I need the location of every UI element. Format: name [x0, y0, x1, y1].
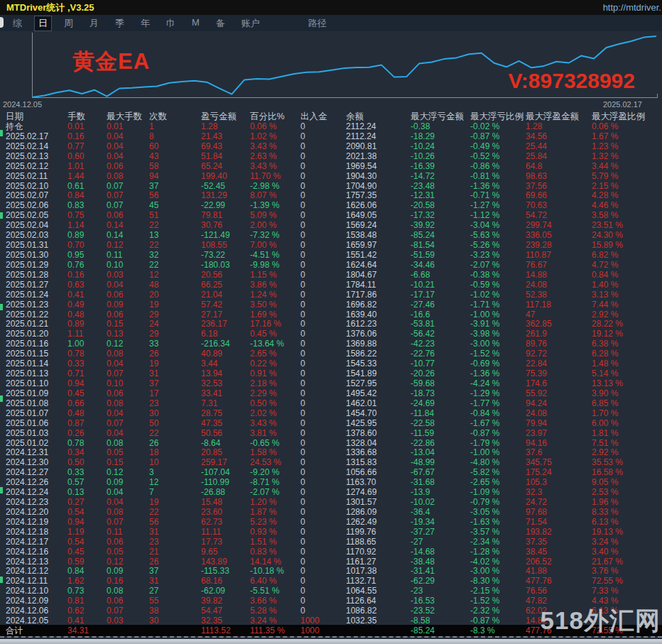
- cell-max-float-loss-pct: -8.30 %: [470, 577, 526, 586]
- table-row: 2024.12.170.540.062317.731.51 %01188.65-…: [6, 537, 662, 547]
- col-header-in-out: 出入金: [300, 111, 346, 122]
- cell-pct: -9.98 %: [250, 261, 300, 271]
- cell-trades: 8: [149, 132, 201, 142]
- cell-lots: 0.48: [67, 409, 107, 419]
- cell-max-float-profit-pct: 0.84 %: [592, 271, 656, 280]
- cell-in-out: 0: [300, 339, 346, 349]
- table-row: 2025.01.220.480.062927.171.69 %01639.40-…: [6, 310, 662, 320]
- cell-pct: 2.18 %: [250, 379, 300, 389]
- cell-max-lots: 0.14: [107, 221, 149, 231]
- cell-max-float-profit: 37.6: [526, 448, 592, 458]
- cell-pnl: -8.64: [201, 439, 250, 449]
- cell-pct: 1.69 %: [250, 310, 300, 320]
- cell-date: 2024.12.10: [6, 586, 67, 596]
- cell-pnl: 57.42: [201, 300, 250, 310]
- cell-trades: 27: [149, 586, 201, 596]
- cell-pnl: 79.81: [201, 211, 250, 221]
- cell-date: 2024.12.09: [6, 596, 67, 606]
- cell-max-float-profit: 69.66: [526, 191, 592, 201]
- cell-in-out: 0: [300, 498, 346, 508]
- cell-max-float-loss-pct: -0.02 %: [470, 122, 526, 132]
- cell-pnl: 33.41: [201, 389, 250, 399]
- cell-max-float-loss: -37.27: [411, 528, 470, 537]
- cell-max-lots: 0.12: [107, 557, 149, 567]
- cell-max-float-profit-pct: 1.70 %: [592, 409, 656, 419]
- menu-item-8[interactable]: M: [188, 16, 203, 31]
- cell-max-float-loss-pct: -3.05 %: [470, 508, 526, 518]
- cell-max-float-profit-pct: 1.40 %: [592, 280, 656, 290]
- cell-max-float-profit: 64.8: [526, 162, 592, 172]
- cell-lots: 0.94: [67, 379, 107, 389]
- cell-pct: 3.43 %: [250, 419, 300, 429]
- menu-item-1[interactable]: 综: [9, 16, 26, 31]
- cell-trades: 58: [149, 162, 201, 172]
- table-row: 2025.01.060.870.075047.353.43 %01425.95-…: [6, 419, 662, 429]
- table-header-row: 日期手数最大手数次数盈亏金额百分比%出入金余额最大浮亏金额最大浮亏比例最大浮盈金…: [6, 111, 662, 122]
- cell-max-float-loss: -27.46: [411, 300, 470, 310]
- cell-in-out: 0: [300, 310, 346, 320]
- horizontal-scrollbar[interactable]: [0, 639, 662, 644]
- cell-trades: 56: [149, 191, 201, 201]
- cell-date: 2024.12.13: [6, 557, 67, 567]
- cell-max-lots: 0.04: [107, 488, 149, 498]
- cell-pnl: 13.94: [201, 369, 250, 379]
- cell-trades: 22: [149, 261, 201, 271]
- cell-trades: 22: [149, 508, 201, 518]
- cell-max-float-loss: -85.24: [411, 231, 470, 241]
- cell-trades: 12: [149, 478, 201, 488]
- table-row: 2025.01.201.110.13296.180.45 %01376.06-5…: [6, 329, 662, 339]
- cell-max-float-loss-pct: -5.63 %: [470, 231, 526, 241]
- menu-item-6[interactable]: 年: [137, 16, 153, 31]
- table-row: 2025.01.280.160.031220.561.15 %01804.67-…: [6, 271, 662, 280]
- cell-pct: 11.70 %: [250, 172, 300, 182]
- cell-pct: 1.24 %: [250, 290, 300, 300]
- cell-date: 2025.01.21: [6, 320, 67, 329]
- cell-max-float-profit-pct: 1.81 %: [592, 429, 656, 439]
- cell-balance: 1286.09: [346, 508, 411, 518]
- cell-pct: -0.65 %: [250, 439, 300, 449]
- cell-max-float-loss-pct: -0.84 %: [470, 409, 526, 419]
- menu-item-2[interactable]: 日: [35, 16, 51, 31]
- cell-in-out: 0: [300, 172, 346, 182]
- cell-balance: 1199.76: [346, 528, 411, 537]
- cell-pct: 0.45 %: [250, 329, 300, 339]
- cell-max-lots: 0.01: [107, 122, 149, 132]
- cell-lots: 0.87: [67, 419, 107, 429]
- cell-max-lots: 0.08: [107, 439, 149, 449]
- url-link[interactable]: http://mtdriver.: [603, 2, 662, 13]
- cell-in-out: 0: [300, 429, 346, 439]
- table-row: 2025.01.150.780.082640.892.65 %01586.22-…: [6, 349, 662, 359]
- cell-lots: 0.26: [67, 429, 107, 439]
- cell-max-lots: 0.12: [107, 468, 149, 478]
- menu-item-7[interactable]: 巾: [163, 16, 179, 31]
- cell-lots: 0.95: [67, 251, 107, 261]
- cell-max-float-profit: 24.72: [526, 498, 592, 508]
- table-row: 2025.01.240.410.062021.041.24 %01717.86-…: [6, 290, 662, 300]
- menu-item-10[interactable]: 账户: [238, 16, 264, 31]
- menu-item-9[interactable]: 备: [212, 16, 229, 31]
- cell-max-float-profit-pct: 28.22 %: [592, 320, 656, 329]
- cell-date: 2025.02.11: [6, 172, 67, 182]
- cell-balance: 1586.22: [346, 349, 411, 359]
- cell-pnl: 11.11: [201, 528, 250, 537]
- menu-item-3[interactable]: 周: [60, 16, 77, 31]
- cell-date: 2024.12.06: [6, 606, 67, 616]
- cell-lots: 0.77: [67, 142, 107, 152]
- cell-in-out: 0: [300, 221, 346, 231]
- cell-max-float-profit-pct: 24.30 %: [592, 231, 656, 241]
- cell-in-out: 1000: [300, 625, 346, 636]
- cell-pct: 0.91 %: [250, 369, 300, 379]
- cell-pct: -2.98 %: [250, 182, 300, 192]
- cell-max-lots: 0.04: [107, 280, 149, 290]
- cell-max-float-loss-pct: -2.65 %: [470, 478, 526, 488]
- menu-item-4[interactable]: 月: [86, 16, 102, 31]
- cell-pct: 3.81 %: [250, 429, 300, 439]
- table-row: 2025.01.130.710.073113.940.91 %01541.89-…: [6, 369, 662, 379]
- menu-item-5[interactable]: 季: [112, 16, 128, 31]
- cell-in-out: 0: [300, 468, 346, 478]
- cell-max-lots: 0.07: [107, 606, 149, 616]
- menu-item-path[interactable]: 路径: [305, 16, 330, 31]
- cell-max-float-profit: 37.56: [526, 182, 592, 192]
- cell-max-float-profit-pct: 8.33 %: [592, 508, 656, 518]
- cell-pct: 0.83 %: [250, 547, 300, 557]
